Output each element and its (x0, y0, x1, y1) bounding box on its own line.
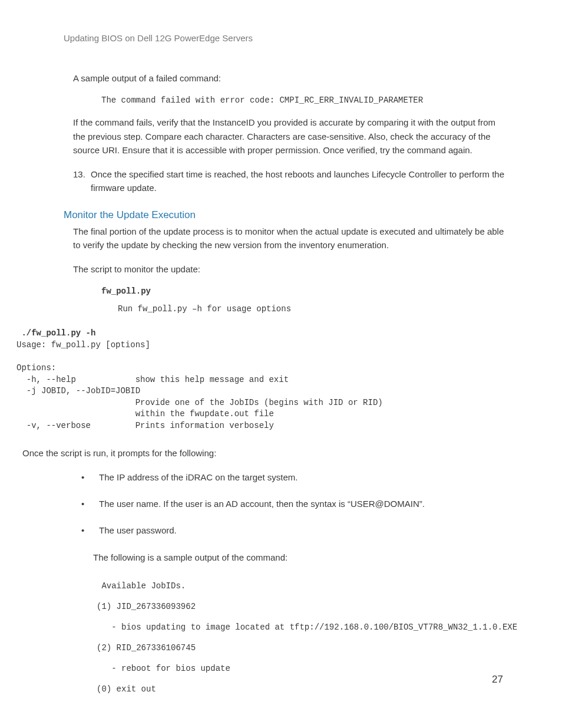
bullet-icon: • (81, 523, 99, 537)
document-page: Updating BIOS on Dell 12G PowerEdge Serv… (0, 0, 562, 700)
help-command: ./fw_poll.py -h (16, 328, 95, 338)
help-option-v: -v, --verbose Prints information verbose… (16, 421, 274, 430)
code-failed-command: The command failed with error code: CMPI… (64, 95, 508, 105)
help-option-j-desc2: within the fwupdate.out file (16, 409, 274, 419)
paragraph-sample-failed-intro: A sample output of a failed command: (64, 71, 508, 85)
sample-output-block: Available JobIDs. (1) JID_267336093962 -… (64, 576, 508, 700)
sample-line: - bios updating to image located at tftp… (97, 622, 517, 632)
bullet-icon: • (81, 497, 99, 510)
sample-line: (0) exit out (97, 684, 156, 694)
bullet-text: The IP address of the iDRAC on the targe… (99, 470, 297, 484)
script-filename: fw_poll.py (64, 286, 508, 296)
sample-line: Available JobIDs. (97, 581, 186, 591)
bullet-text: The user name. If the user is an AD acco… (99, 497, 425, 510)
help-option-j: -j JOBID, --JobID=JOBID (16, 386, 140, 396)
help-option-h: -h, --help show this help message and ex… (16, 375, 289, 384)
step-number: 13. (73, 167, 91, 195)
heading-monitor-update-execution: Monitor the Update Execution (64, 209, 508, 221)
sample-line: (2) RID_267336106745 (97, 643, 196, 653)
sample-line: - reboot for bios update (97, 664, 230, 673)
help-option-j-desc1: Provide one of the JobIDs (begins with J… (16, 398, 383, 407)
step-13: 13. Once the specified start time is rea… (64, 167, 508, 195)
sample-line: (1) JID_267336093962 (97, 602, 196, 611)
page-number: 27 (492, 674, 503, 686)
paragraph-script-intro: The script to monitor the update: (64, 262, 508, 276)
help-options-label: Options: (16, 363, 56, 373)
help-usage-line: Usage: fw_poll.py [options] (16, 340, 150, 350)
paragraph-monitor-intro: The final portion of the update process … (64, 225, 508, 252)
paragraph-verify-command: If the command fails, verify that the In… (64, 116, 508, 157)
bullet-item-username: • The user name. If the user is an AD ac… (64, 497, 508, 510)
running-header: Updating BIOS on Dell 12G PowerEdge Serv… (64, 33, 508, 43)
paragraph-once-run: Once the script is run, it prompts for t… (22, 446, 508, 460)
bullet-item-ip: • The IP address of the iDRAC on the tar… (64, 470, 508, 484)
paragraph-following-sample: The following is a sample output of the … (64, 551, 508, 564)
bullet-text: The user password. (99, 523, 177, 537)
step-text: Once the specified start time is reached… (91, 167, 508, 195)
bullet-icon: • (81, 470, 99, 484)
help-output-block: ./fw_poll.py -h Usage: fw_poll.py [optio… (16, 328, 508, 431)
script-description: Run fw_poll.py –h for usage options (64, 304, 508, 314)
bullet-item-password: • The user password. (64, 523, 508, 537)
